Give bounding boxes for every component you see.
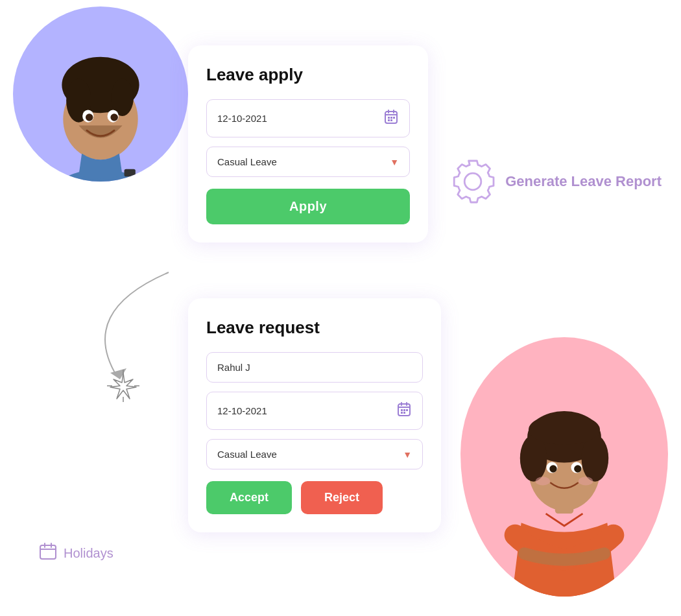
svg-rect-34 [403, 412, 405, 414]
svg-rect-19 [390, 119, 392, 121]
svg-rect-32 [406, 409, 408, 411]
leave-apply-card: Leave apply 12-10-2021 Casual Leave ▼ Ap… [188, 45, 428, 243]
reject-button[interactable]: Reject [301, 481, 383, 514]
svg-rect-15 [388, 117, 390, 119]
svg-point-47 [579, 477, 593, 485]
gear-icon [447, 156, 499, 207]
date-input-field[interactable]: 12-10-2021 [206, 99, 410, 137]
holidays-container[interactable]: Holidays [39, 542, 114, 564]
request-date-field[interactable]: 12-10-2021 [206, 392, 423, 430]
svg-point-8 [86, 113, 93, 121]
generate-report-text: Generate Leave Report [505, 173, 662, 190]
calendar-icon [383, 109, 399, 128]
action-buttons: Accept Reject [206, 481, 423, 514]
svg-rect-48 [40, 545, 56, 559]
svg-rect-30 [401, 409, 403, 411]
apply-button[interactable]: Apply [206, 189, 410, 224]
svg-rect-17 [393, 117, 395, 119]
chevron-down-icon: ▼ [390, 157, 399, 167]
svg-rect-18 [388, 119, 390, 121]
employee-name-field[interactable]: Rahul J [206, 352, 423, 383]
svg-point-20 [464, 173, 481, 190]
woman-avatar-circle [460, 337, 668, 597]
svg-point-39 [520, 435, 547, 482]
holidays-label: Holidays [64, 546, 114, 561]
svg-rect-10 [125, 169, 136, 177]
holidays-calendar-icon [39, 542, 57, 564]
svg-point-46 [535, 477, 550, 485]
svg-point-41 [529, 414, 600, 445]
svg-point-9 [110, 113, 118, 121]
man-illustration [29, 19, 172, 182]
request-calendar-icon [396, 401, 412, 420]
svg-rect-33 [401, 412, 403, 414]
request-leave-type-value: Casual Leave [217, 449, 277, 460]
leave-request-card: Leave request Rahul J 12-10-2021 Casual … [188, 298, 441, 532]
request-chevron-icon: ▼ [403, 449, 412, 460]
svg-point-40 [582, 435, 609, 482]
leave-type-select[interactable]: Casual Leave ▼ [206, 147, 410, 177]
accept-button[interactable]: Accept [206, 481, 292, 514]
svg-rect-31 [403, 409, 405, 411]
man-avatar-circle [13, 6, 188, 182]
svg-rect-16 [390, 117, 392, 119]
leave-type-value: Casual Leave [217, 156, 277, 167]
leave-apply-title: Leave apply [206, 65, 410, 85]
request-date-value: 12-10-2021 [217, 405, 267, 416]
employee-name-value: Rahul J [217, 362, 250, 373]
sparkle-decoration [107, 370, 139, 402]
svg-point-45 [574, 465, 581, 472]
request-leave-type-select[interactable]: Casual Leave ▼ [206, 439, 423, 469]
woman-illustration [480, 363, 649, 597]
leave-request-title: Leave request [206, 318, 423, 338]
date-value: 12-10-2021 [217, 113, 267, 124]
svg-point-44 [549, 465, 556, 472]
generate-report-container[interactable]: Generate Leave Report [447, 156, 662, 207]
